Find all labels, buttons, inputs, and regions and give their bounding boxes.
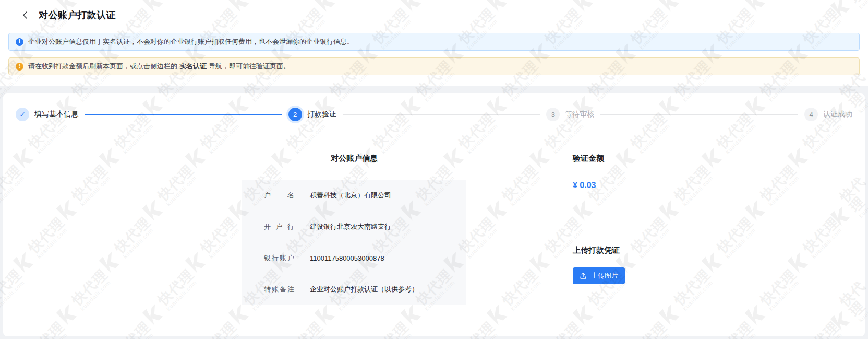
transfer-remark-label: 转账备注 (264, 285, 294, 294)
info-icon: i (16, 38, 23, 46)
upload-button-label: 上传图片 (591, 271, 618, 280)
step-1-label: 填写基本信息 (34, 110, 78, 119)
account-info-table: 户名 积善科技（北京）有限公司 开户行 建设银行北京农大南路支行 银行账户 11… (242, 180, 466, 305)
step-await-review: 3 等待审核 (546, 108, 594, 121)
top-header-section: 对公账户打款认证 i 企业对公账户信息仅用于实名认证，不会对你的企业银行账户扣取… (0, 0, 868, 86)
account-name-label: 户名 (264, 191, 294, 200)
step-connector-3 (600, 114, 798, 115)
step-connector-1 (85, 114, 282, 115)
bank-account-value: 11001175800053000878 (310, 254, 384, 262)
account-info-heading: 对公账户信息 (242, 154, 466, 163)
step-3-label: 等待审核 (565, 110, 594, 119)
verify-amount-heading: 验证金额 (573, 154, 625, 163)
bank-branch-label: 开户行 (264, 222, 294, 231)
step-success: 4 认证成功 (804, 108, 852, 121)
upload-image-button[interactable]: 上传图片 (573, 267, 625, 284)
warning-text-prefix: 请在收到打款金额后刷新本页面，或点击侧边栏的 (28, 62, 177, 71)
step-2-label: 打款验证 (307, 110, 336, 119)
upload-voucher-heading: 上传打款凭证 (573, 246, 625, 255)
verify-amount-column: 验证金额 ¥ 0.03 上传打款凭证 上传图片 (573, 154, 625, 305)
step-payment-verify: 2 打款验证 (288, 108, 336, 121)
upload-icon (580, 272, 587, 279)
warning-text-suffix: 导航，即可前往验证页面。 (209, 62, 290, 71)
card-content: 对公账户信息 户名 积善科技（北京）有限公司 开户行 建设银行北京农大南路支行 … (3, 154, 865, 305)
title-row: 对公账户打款认证 (8, 8, 860, 22)
info-banner: i 企业对公账户信息仅用于实名认证，不会对你的企业银行账户扣取任何费用，也不会泄… (8, 33, 860, 51)
step-4-number: 4 (804, 108, 818, 121)
back-button[interactable] (19, 9, 31, 21)
table-row: 开户行 建设银行北京农大南路支行 (242, 211, 466, 242)
step-connector-2 (343, 114, 540, 115)
step-2-number: 2 (288, 108, 302, 121)
transfer-remark-value: 企业对公账户打款认证（以供参考） (310, 285, 418, 294)
step-1-check-icon: ✓ (16, 108, 29, 121)
account-info-column: 对公账户信息 户名 积善科技（北京）有限公司 开户行 建设银行北京农大南路支行 … (242, 154, 466, 305)
table-row: 银行账户 11001175800053000878 (242, 242, 466, 274)
verification-card: ✓ 填写基本信息 2 打款验证 3 等待审核 4 认证成功 对公账户信息 户名 … (3, 93, 865, 336)
steps-bar: ✓ 填写基本信息 2 打款验证 3 等待审核 4 认证成功 (3, 93, 865, 121)
step-fill-basic-info: ✓ 填写基本信息 (16, 108, 78, 121)
warning-text-emphasis: 实名认证 (179, 62, 207, 71)
bank-branch-value: 建设银行北京农大南路支行 (310, 222, 391, 231)
account-name-value: 积善科技（北京）有限公司 (310, 191, 391, 200)
step-3-number: 3 (546, 108, 560, 121)
page-title: 对公账户打款认证 (39, 9, 116, 21)
warning-icon: ! (16, 63, 23, 71)
step-4-label: 认证成功 (823, 110, 852, 119)
verify-amount-value: ¥ 0.03 (573, 181, 625, 190)
bank-account-label: 银行账户 (264, 253, 294, 263)
info-banner-text: 企业对公账户信息仅用于实名认证，不会对你的企业银行账户扣取任何费用，也不会泄漏你… (28, 37, 354, 46)
back-chevron-icon (21, 11, 29, 19)
warning-banner: ! 请在收到打款金额后刷新本页面，或点击侧边栏的 实名认证 导航，即可前往验证页… (8, 57, 860, 75)
table-row: 户名 积善科技（北京）有限公司 (242, 180, 466, 211)
table-row: 转账备注 企业对公账户打款认证（以供参考） (242, 274, 466, 305)
